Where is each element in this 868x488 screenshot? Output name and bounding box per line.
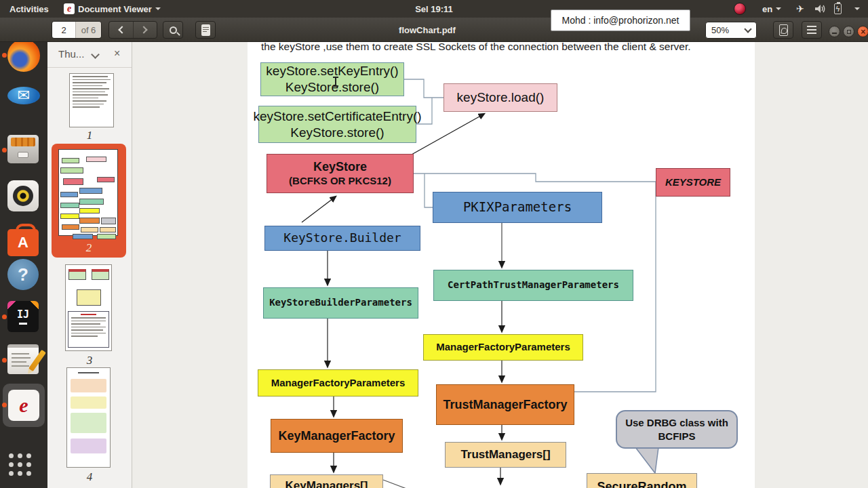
search-button[interactable] <box>163 21 183 39</box>
chevron-right-icon <box>140 26 147 33</box>
thumbnail-1-label: 1 <box>47 129 132 142</box>
thumb2-mini-box <box>60 203 79 208</box>
volume-icon[interactable] <box>811 0 830 18</box>
thumb4-band <box>71 413 106 433</box>
page-number-input[interactable]: 2 <box>52 22 75 38</box>
thumb2-mini-box <box>97 177 115 182</box>
keystore-node: KeyStore(BCFKS OR PKCS12) <box>267 154 414 193</box>
thumb3-textbox <box>68 311 109 348</box>
set-key-entry-label: keyStore.setKeyEntry() <box>266 63 398 79</box>
files-launcher[interactable] <box>7 133 40 165</box>
document-title: flowChart.pdf <box>399 25 456 35</box>
activities-button[interactable]: Activities <box>5 0 53 18</box>
manager-factory-parameters-right-node: ManagerFactoryParameters <box>423 334 583 361</box>
bubble-text: Use DRBG class with <box>625 416 728 430</box>
chevron-down-icon <box>155 7 161 10</box>
thunderbird-launcher[interactable]: ✉ <box>7 87 40 119</box>
help-launcher[interactable]: ? <box>7 259 40 291</box>
sidebar-close-icon[interactable]: × <box>114 47 120 60</box>
next-page-button[interactable] <box>133 22 157 38</box>
thumb2-mini-box <box>60 167 83 174</box>
show-applications-button[interactable] <box>7 450 40 483</box>
notification-toast[interactable]: Mohd : info@prohorizon.net <box>551 9 690 31</box>
manager-factory-parameters-right-label: ManagerFactoryParameters <box>436 341 570 354</box>
secure-random-label: SecureRandom <box>597 479 686 488</box>
sidebar-title: Thu... <box>58 48 84 60</box>
thumb1-text-line <box>73 100 106 102</box>
firefox-launcher[interactable] <box>7 39 40 72</box>
thumbnail-3-label: 3 <box>47 354 132 367</box>
evince-launcher[interactable]: e <box>7 384 40 416</box>
rhythmbox-launcher[interactable] <box>7 180 40 213</box>
battery-shape: ϟ <box>834 3 842 14</box>
thumb2-mini-box <box>81 227 98 232</box>
chevron-left-icon <box>119 26 126 33</box>
thumb1-text-line <box>73 106 100 108</box>
running-indicator-dot <box>2 53 7 58</box>
thumb2-mini-box <box>101 218 116 224</box>
intellij-launcher[interactable]: IJ <box>7 301 40 333</box>
thumbnail-1-content <box>70 76 113 108</box>
thumb4-band <box>71 379 106 392</box>
thumb1-text-line <box>73 79 111 81</box>
window-title: flowChart.pdf <box>366 18 488 42</box>
thumb2-mini-box <box>63 178 83 185</box>
thumb4-band <box>71 396 106 409</box>
rhythmbox-icon <box>7 180 39 211</box>
minimize-button[interactable] <box>829 26 840 37</box>
system-menu-chevron-icon[interactable] <box>850 0 864 18</box>
thumbnail-page-4[interactable] <box>66 367 111 468</box>
secure-random-node: SecureRandom <box>587 473 697 488</box>
desktop: Activities e Document Viewer Sel 19:11 e… <box>0 0 868 488</box>
clock-button[interactable]: Sel 19:11 <box>411 0 457 18</box>
thumbnail-page-2-selected[interactable]: 2 <box>52 144 126 258</box>
thumb1-text-line <box>73 104 104 105</box>
keystore-builder-parameters-node: KeyStoreBuilderParameters <box>263 287 418 319</box>
thunderbird-icon: ✉ <box>7 87 40 104</box>
thumb2-mini-box <box>60 192 78 197</box>
thumb2-mini-box <box>79 208 100 214</box>
clock-label: Sel 19:11 <box>415 4 453 14</box>
manager-factory-parameters-left-node: ManagerFactoryParameters <box>258 369 418 396</box>
keyboard-layout-button[interactable]: en <box>758 0 785 18</box>
text-editor-launcher[interactable] <box>7 344 40 377</box>
thumbnails-sidebar: Thu... × 1 2 3 <box>47 42 132 488</box>
drbg-callout-bubble: Use DRBG class with BCFIPS <box>616 410 738 449</box>
page-nav-group <box>108 21 157 39</box>
battery-icon[interactable]: ϟ <box>830 0 846 18</box>
search-icon <box>170 26 177 34</box>
notification-text: Mohd : info@prohorizon.net <box>562 15 679 26</box>
sidebar-dropdown-chevron-icon[interactable] <box>91 50 100 59</box>
hamburger-menu-button[interactable] <box>802 21 822 39</box>
annotation-sidebar-button[interactable] <box>195 21 216 39</box>
evince-header-bar: 2 of 6 flowChart.pdf 50% × <box>0 18 868 42</box>
keystore-builder-parameters-label: KeyStoreBuilderParameters <box>269 297 412 309</box>
thumbnail-page-3[interactable] <box>65 264 112 351</box>
keystore-label: KeyStore <box>313 159 367 175</box>
close-button[interactable]: × <box>857 26 868 37</box>
thumb1-text-line <box>73 82 106 83</box>
running-indicator-dot <box>2 358 7 363</box>
thumb1-text-line <box>73 94 108 96</box>
set-certificate-entry-node: keyStore.setCertificateEntry()KeyStore.s… <box>258 106 416 143</box>
screen-record-indicator-icon[interactable] <box>734 3 746 15</box>
keystore-builder-node: KeyStore.Builder <box>264 226 420 251</box>
thumb2-mini-box <box>79 218 100 224</box>
pkix-parameters-node: PKIXParameters <box>433 192 602 223</box>
document-view[interactable]: the keyStore ,use them to create SSL Soc… <box>132 42 868 488</box>
maximize-button[interactable] <box>843 26 854 37</box>
thumb3-box <box>68 269 86 280</box>
zoom-level-dropdown[interactable]: 50% <box>705 22 757 39</box>
thumbnail-page-1[interactable] <box>69 73 114 127</box>
app-menu-button[interactable]: e Document Viewer <box>60 0 165 18</box>
previous-page-button[interactable] <box>109 22 133 38</box>
annotate-document-button[interactable] <box>773 21 793 39</box>
intellij-icon: IJ <box>7 301 39 332</box>
keystore-label: (BCFKS OR PKCS12) <box>289 175 391 188</box>
thumbnail-2-label: 2 <box>52 241 126 255</box>
hamburger-icon <box>807 26 816 34</box>
ubuntu-software-launcher[interactable]: A <box>7 225 40 258</box>
airplane-mode-icon[interactable]: ✈ <box>792 0 808 18</box>
thumb4-title <box>78 372 99 373</box>
set-certificate-entry-label: keyStore.setCertificateEntry() <box>253 108 421 125</box>
